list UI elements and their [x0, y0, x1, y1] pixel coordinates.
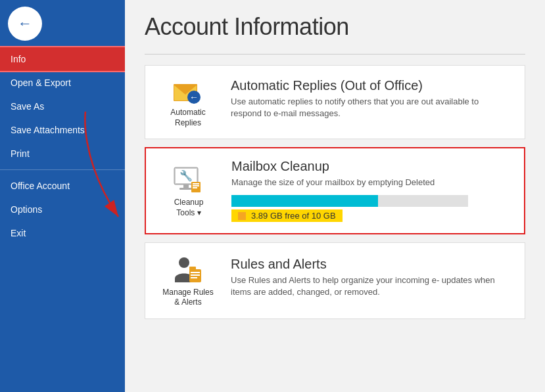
svg-rect-13 — [193, 185, 199, 186]
svg-rect-12 — [193, 183, 199, 185]
rules-alerts-body: Rules and Alerts Use Rules and Alerts to… — [231, 257, 511, 305]
svg-point-15 — [179, 257, 189, 268]
automatic-replies-title: Automatic Replies (Out of Office) — [231, 78, 511, 93]
rules-alerts-card: Manage Rules& Alerts Rules and Alerts Us… — [145, 242, 525, 319]
page-title: Account Information — [145, 13, 525, 41]
sidebar-item-save-as[interactable]: Save As — [0, 95, 125, 118]
back-arrow-icon: ← — [18, 16, 32, 31]
svg-rect-20 — [191, 277, 197, 278]
sidebar-nav: Info Open & Export Save As Save Attachme… — [0, 47, 125, 392]
sidebar-divider — [0, 169, 125, 170]
sidebar-item-options[interactable]: Options — [0, 198, 125, 221]
storage-progress-container: 3.89 GB free of 10 GB — [231, 195, 468, 223]
automatic-replies-card: ← AutomaticReplies Automatic Replies (Ou… — [145, 65, 525, 139]
sidebar-item-office-account[interactable]: Office Account — [0, 174, 125, 198]
rules-alerts-title: Rules and Alerts — [231, 257, 511, 272]
cleanup-tools-label: CleanupTools ▾ — [174, 198, 204, 218]
svg-rect-14 — [193, 187, 197, 188]
rules-alerts-icon-area[interactable]: Manage Rules& Alerts — [158, 253, 218, 308]
svg-text:🔧: 🔧 — [179, 169, 193, 182]
storage-badge: 3.89 GB free of 10 GB — [231, 209, 343, 222]
mailbox-cleanup-desc: Manage the size of your mailbox by empty… — [231, 177, 511, 188]
svg-rect-17 — [189, 267, 196, 271]
back-button[interactable]: ← — [8, 7, 42, 41]
content-divider — [145, 54, 525, 54]
sidebar-item-print[interactable]: Print — [0, 142, 125, 165]
automatic-replies-icon-area[interactable]: ← AutomaticReplies — [158, 76, 218, 128]
svg-rect-19 — [191, 274, 200, 276]
cleanup-tools-icon-area[interactable]: 🔧 CleanupTools ▾ — [159, 163, 218, 218]
mailbox-cleanup-card: 🔧 CleanupTools ▾ Mailbox Cleanup Manage … — [145, 147, 525, 234]
rules-alerts-label: Manage Rules& Alerts — [162, 288, 213, 308]
progress-fill — [231, 195, 378, 207]
rules-alerts-desc: Use Rules and Alerts to help organize yo… — [231, 274, 511, 298]
rules-alerts-icon — [171, 253, 205, 288]
automatic-replies-body: Automatic Replies (Out of Office) Use au… — [231, 78, 511, 126]
automatic-replies-icon: ← — [171, 76, 205, 108]
sidebar-item-open-export[interactable]: Open & Export — [0, 71, 125, 95]
main-content: Account Information ← AutomaticReplies A… — [125, 0, 545, 392]
svg-rect-9 — [179, 188, 193, 190]
mailbox-cleanup-body: Mailbox Cleanup Manage the size of your … — [231, 159, 511, 223]
automatic-replies-desc: Use automatic replies to notify others t… — [231, 96, 511, 120]
svg-text:←: ← — [189, 92, 199, 102]
progress-bar-bg — [231, 195, 468, 207]
sidebar-item-save-attachments[interactable]: Save Attachments — [0, 118, 125, 142]
cleanup-tools-icon: 🔧 — [172, 163, 206, 198]
sidebar-item-exit[interactable]: Exit — [0, 221, 125, 245]
storage-text: 3.89 GB free of 10 GB — [251, 211, 336, 221]
mailbox-cleanup-title: Mailbox Cleanup — [231, 159, 511, 174]
svg-rect-18 — [191, 272, 200, 273]
storage-icon — [238, 212, 246, 220]
sidebar-item-info[interactable]: Info — [0, 47, 125, 71]
automatic-replies-label: AutomaticReplies — [170, 108, 205, 128]
sidebar: ← Info Open & Export Save As Save Attach… — [0, 0, 125, 392]
